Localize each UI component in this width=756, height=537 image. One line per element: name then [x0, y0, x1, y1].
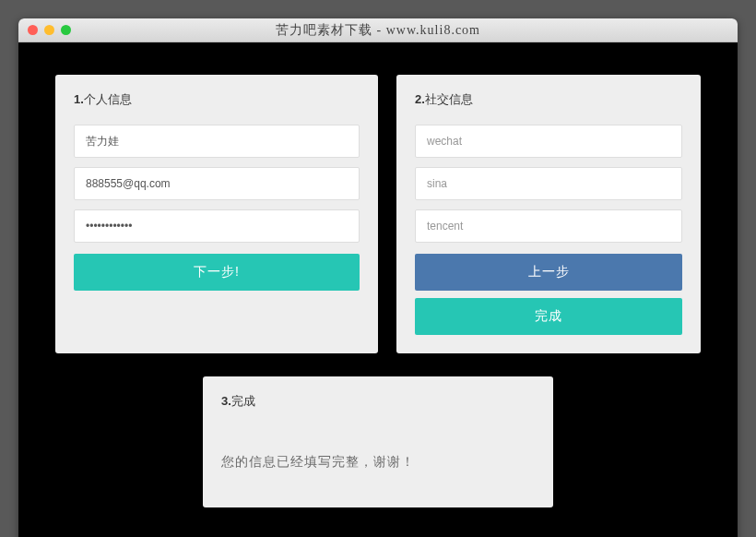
next-button[interactable]: 下一步!	[74, 254, 360, 291]
step1-heading: 1.个人信息	[74, 91, 360, 108]
password-input[interactable]	[74, 209, 360, 243]
titlebar: 苦力吧素材下载 - www.kuli8.com	[18, 18, 738, 42]
completion-message: 您的信息已经填写完整，谢谢！	[221, 426, 535, 489]
step3-heading: 3.完成	[221, 393, 535, 410]
tencent-input[interactable]	[415, 209, 682, 243]
traffic-lights	[28, 25, 71, 35]
content-area: 1.个人信息 下一步! 2.社交信息 上一步 完成 3.完成 您的信息已经填写完…	[18, 42, 738, 537]
step2-card: 2.社交信息 上一步 完成	[396, 75, 701, 353]
step1-card: 1.个人信息 下一步!	[55, 75, 378, 353]
step3-card: 3.完成 您的信息已经填写完整，谢谢！	[203, 376, 553, 507]
wechat-input[interactable]	[415, 125, 682, 158]
minimize-icon[interactable]	[44, 25, 54, 35]
step2-heading: 2.社交信息	[415, 91, 682, 108]
close-icon[interactable]	[28, 25, 38, 35]
app-window: 苦力吧素材下载 - www.kuli8.com 1.个人信息 下一步! 2.社交…	[18, 18, 738, 537]
window-title: 苦力吧素材下载 - www.kuli8.com	[18, 22, 738, 39]
name-input[interactable]	[74, 125, 360, 158]
finish-button[interactable]: 完成	[415, 298, 682, 335]
maximize-icon[interactable]	[61, 25, 71, 35]
email-input[interactable]	[74, 167, 360, 200]
prev-button[interactable]: 上一步	[415, 254, 682, 291]
sina-input[interactable]	[415, 167, 682, 200]
